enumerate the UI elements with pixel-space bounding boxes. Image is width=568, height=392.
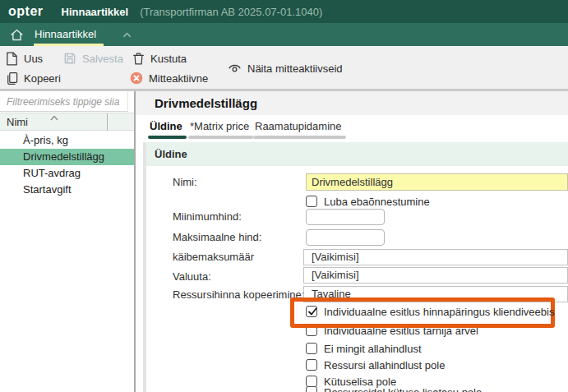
maksimaalne-hind-input[interactable] <box>306 229 385 246</box>
save-button[interactable]: Salvesta <box>63 50 123 67</box>
opter-logo: opter <box>8 4 44 19</box>
trash-icon <box>132 52 145 66</box>
window-title: Hinnaartikkel <box>62 6 129 18</box>
valuuta-label: Valuuta: <box>173 270 211 284</box>
column-divider[interactable] <box>107 113 108 131</box>
miinimumhind-label: Miinimumhind: <box>173 210 242 224</box>
window-subtitle: (Transportfirman AB 2025.07-01.1040) <box>140 6 322 18</box>
tab-label: *Matrix price <box>190 120 249 132</box>
toolbar: Uus Salvesta Kopeeri Kustuta M <box>0 46 568 89</box>
list-item[interactable]: RUT-avdrag <box>0 165 134 182</box>
window-titlebar: opter Hinnaartikkel (Transportfirman AB … <box>0 0 568 23</box>
tab-uldine[interactable]: Üldine <box>150 120 182 139</box>
checkbox-unchecked[interactable] <box>306 359 317 371</box>
new-button[interactable]: Uus <box>6 50 43 67</box>
inactive-button[interactable]: Mitteaktiivne <box>130 70 208 86</box>
delete-button-label: Kustuta <box>150 53 187 65</box>
checkbox-checked[interactable] <box>306 306 317 317</box>
copy-button-label: Kopeeri <box>24 72 61 85</box>
inactive-button-label: Mitteaktiivne <box>149 72 208 85</box>
delete-button[interactable]: Kustuta <box>132 50 187 67</box>
copy-icon <box>6 71 18 85</box>
checkbox-label: Individuaalne esitlus hinnapäringus klie… <box>324 306 554 318</box>
show-inactive-button-label: Näita mitteaktiivseid <box>247 62 343 75</box>
eye-icon <box>228 62 242 75</box>
detail-panel: Drivmedelstillägg Üldine *Matrix price R… <box>136 91 568 392</box>
form-left-strip <box>143 142 146 392</box>
nimi-label: Nimi: <box>173 176 197 189</box>
checkbox-label: Ressursi allahindlust pole <box>324 359 445 371</box>
chevron-up-icon[interactable] <box>121 29 133 41</box>
tab-matrix-price[interactable]: *Matrix price <box>190 120 249 139</box>
checkmark-icon <box>307 306 318 317</box>
inactive-circle-x-icon <box>130 71 143 85</box>
home-icon[interactable] <box>10 28 24 42</box>
opter-application-window: opter Hinnaartikkel (Transportfirman AB … <box>0 0 568 392</box>
nav-tabbar: Hinnaartikkel <box>0 23 568 46</box>
tab-label: Raamatupidamine <box>255 120 342 132</box>
luba-ebaonnestumine-checkbox-row[interactable]: Luba ebaõnnestumine <box>306 195 430 208</box>
price-article-list: À-pris, kg Drivmedelstillägg RUT-avdrag … <box>0 132 134 198</box>
list-item[interactable]: Startavgift <box>0 182 134 198</box>
kaibemaksumaar-label: käibemaksumäär <box>173 251 254 264</box>
new-document-icon <box>6 52 18 66</box>
ressurssidel-kutuse-checkbox-row[interactable]: Ressurssidel kütuse lisatasu pole <box>306 385 482 392</box>
checkbox-label: Ressurssidel kütuse lisatasu pole <box>324 386 482 392</box>
copy-button[interactable]: Kopeeri <box>6 70 61 86</box>
kaibemaksumaar-select[interactable]: [Vaikimisi] <box>303 249 568 265</box>
tab-underline <box>148 136 187 139</box>
individuaalne-kliendiveebis-checkbox-row[interactable]: Individuaalne esitlus hinnapäringus klie… <box>306 305 554 318</box>
nimi-input[interactable] <box>306 173 568 191</box>
ei-mingit-allahindlust-checkbox-row[interactable]: Ei mingit allahindlust <box>306 342 422 355</box>
section-header-uldine: Üldine <box>146 142 568 166</box>
tab-underline <box>253 136 346 139</box>
tab-raamatupidamine[interactable]: Raamatupidamine <box>255 120 342 139</box>
list-item[interactable]: À-pris, kg <box>0 132 134 149</box>
checkbox-unchecked[interactable] <box>306 196 317 207</box>
list-column-header[interactable]: Nimi <box>0 113 134 131</box>
checkbox-unchecked[interactable] <box>306 343 317 354</box>
nav-tab-label: Hinnaartikkel <box>35 28 96 40</box>
tab-label: Üldine <box>150 120 182 132</box>
checkbox-label: Ei mingit allahindlust <box>324 343 422 355</box>
save-floppy-icon <box>63 52 76 65</box>
detail-title: Drivmedelstillägg <box>136 91 568 115</box>
list-item-selected[interactable]: Drivmedelstillägg <box>0 149 134 165</box>
maksimaalne-hind-label: Maksimaalne hind: <box>173 231 261 244</box>
nav-tab-hinnaartikkel[interactable]: Hinnaartikkel <box>35 28 96 42</box>
detail-tabs: Üldine *Matrix price Raamatupidamine <box>136 115 568 141</box>
price-article-list-panel: Nimi À-pris, kg Drivmedelstillägg RUT-av… <box>0 91 134 392</box>
checkbox-unchecked[interactable] <box>306 386 317 392</box>
show-inactive-button[interactable]: Näita mitteaktiivseid <box>228 60 343 76</box>
tab-underline <box>188 136 253 139</box>
miinimumhind-input[interactable] <box>306 209 385 225</box>
filter-input[interactable] <box>0 92 128 112</box>
ressursi-allahindlust-checkbox-row[interactable]: Ressursi allahindlust pole <box>306 358 445 371</box>
ressursihinna-kopeerimine-label: Ressursihinna kopeerimine: <box>173 288 304 302</box>
sort-ascending-icon <box>49 114 59 122</box>
column-header-label: Nimi <box>7 116 28 128</box>
valuuta-select[interactable]: [Vaikimisi] <box>303 267 568 284</box>
save-button-label: Salvesta <box>82 53 123 65</box>
checkbox-label: Luba ebaõnnestumine <box>324 196 430 208</box>
new-button-label: Uus <box>24 53 43 65</box>
